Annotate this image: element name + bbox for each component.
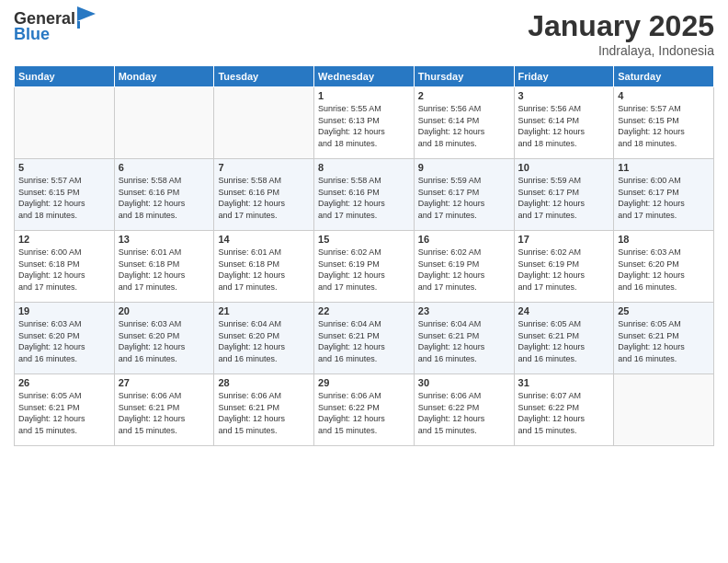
day-cell: 11Sunrise: 6:00 AM Sunset: 6:17 PM Dayli… — [614, 159, 714, 231]
day-header-saturday: Saturday — [614, 66, 714, 87]
days-header-row: SundayMondayTuesdayWednesdayThursdayFrid… — [15, 66, 714, 87]
day-number: 17 — [518, 234, 610, 245]
day-number: 12 — [18, 234, 110, 245]
day-info: Sunrise: 6:05 AM Sunset: 6:21 PM Dayligh… — [18, 390, 110, 436]
day-info: Sunrise: 5:55 AM Sunset: 6:13 PM Dayligh… — [318, 103, 410, 149]
day-cell: 22Sunrise: 6:04 AM Sunset: 6:21 PM Dayli… — [314, 303, 415, 374]
day-info: Sunrise: 5:56 AM Sunset: 6:14 PM Dayligh… — [518, 103, 610, 149]
calendar-table: SundayMondayTuesdayWednesdayThursdayFrid… — [14, 65, 714, 446]
day-info: Sunrise: 6:06 AM Sunset: 6:22 PM Dayligh… — [318, 390, 410, 436]
day-number: 5 — [18, 162, 110, 173]
day-info: Sunrise: 6:07 AM Sunset: 6:22 PM Dayligh… — [518, 390, 610, 436]
day-info: Sunrise: 6:04 AM Sunset: 6:21 PM Dayligh… — [418, 318, 510, 364]
day-cell: 24Sunrise: 6:05 AM Sunset: 6:21 PM Dayli… — [514, 303, 614, 374]
svg-rect-1 — [77, 21, 80, 29]
day-cell — [114, 87, 214, 159]
day-cell: 10Sunrise: 5:59 AM Sunset: 6:17 PM Dayli… — [514, 159, 614, 231]
day-cell: 13Sunrise: 6:01 AM Sunset: 6:18 PM Dayli… — [114, 231, 214, 303]
title-block: January 2025 Indralaya, Indonesia — [528, 9, 714, 58]
day-number: 20 — [119, 305, 210, 316]
day-number: 4 — [618, 90, 710, 101]
day-header-wednesday: Wednesday — [314, 66, 415, 87]
week-row-5: 26Sunrise: 6:05 AM Sunset: 6:21 PM Dayli… — [15, 374, 714, 446]
day-number: 11 — [618, 162, 710, 173]
calendar-page: General Blue January 2025 Indralaya, Ind… — [0, 0, 728, 563]
day-info: Sunrise: 6:02 AM Sunset: 6:19 PM Dayligh… — [418, 247, 510, 293]
day-number: 15 — [318, 234, 410, 245]
day-info: Sunrise: 6:00 AM Sunset: 6:17 PM Dayligh… — [618, 175, 710, 221]
day-info: Sunrise: 6:04 AM Sunset: 6:21 PM Dayligh… — [318, 318, 410, 364]
day-cell: 23Sunrise: 6:04 AM Sunset: 6:21 PM Dayli… — [414, 303, 514, 374]
day-number: 29 — [318, 377, 410, 388]
logo: General Blue — [14, 9, 96, 44]
day-cell: 19Sunrise: 6:03 AM Sunset: 6:20 PM Dayli… — [15, 303, 115, 374]
day-info: Sunrise: 6:06 AM Sunset: 6:21 PM Dayligh… — [218, 390, 310, 436]
day-info: Sunrise: 6:05 AM Sunset: 6:21 PM Dayligh… — [518, 318, 610, 364]
day-number: 24 — [518, 305, 610, 316]
day-header-friday: Friday — [514, 66, 614, 87]
day-cell: 6Sunrise: 5:58 AM Sunset: 6:16 PM Daylig… — [114, 159, 214, 231]
day-info: Sunrise: 6:03 AM Sunset: 6:20 PM Dayligh… — [618, 247, 710, 293]
day-cell: 20Sunrise: 6:03 AM Sunset: 6:20 PM Dayli… — [114, 303, 214, 374]
day-cell: 12Sunrise: 6:00 AM Sunset: 6:18 PM Dayli… — [15, 231, 115, 303]
day-number: 25 — [618, 305, 710, 316]
week-row-3: 12Sunrise: 6:00 AM Sunset: 6:18 PM Dayli… — [15, 231, 714, 303]
day-cell — [614, 374, 714, 446]
day-cell: 18Sunrise: 6:03 AM Sunset: 6:20 PM Dayli… — [614, 231, 714, 303]
day-cell: 14Sunrise: 6:01 AM Sunset: 6:18 PM Dayli… — [214, 231, 314, 303]
day-number: 13 — [119, 234, 210, 245]
day-number: 18 — [618, 234, 710, 245]
day-cell: 2Sunrise: 5:56 AM Sunset: 6:14 PM Daylig… — [414, 87, 514, 159]
day-info: Sunrise: 6:06 AM Sunset: 6:21 PM Dayligh… — [119, 390, 210, 436]
day-number: 6 — [119, 162, 210, 173]
day-header-sunday: Sunday — [15, 66, 115, 87]
day-info: Sunrise: 6:04 AM Sunset: 6:20 PM Dayligh… — [218, 318, 310, 364]
day-number: 19 — [18, 305, 110, 316]
day-number: 30 — [418, 377, 510, 388]
day-cell: 8Sunrise: 5:58 AM Sunset: 6:16 PM Daylig… — [314, 159, 415, 231]
day-cell: 3Sunrise: 5:56 AM Sunset: 6:14 PM Daylig… — [514, 87, 614, 159]
day-info: Sunrise: 5:58 AM Sunset: 6:16 PM Dayligh… — [318, 175, 410, 221]
day-info: Sunrise: 5:59 AM Sunset: 6:17 PM Dayligh… — [518, 175, 610, 221]
day-cell: 17Sunrise: 6:02 AM Sunset: 6:19 PM Dayli… — [514, 231, 614, 303]
day-cell: 5Sunrise: 5:57 AM Sunset: 6:15 PM Daylig… — [15, 159, 115, 231]
day-cell: 26Sunrise: 6:05 AM Sunset: 6:21 PM Dayli… — [15, 374, 115, 446]
day-header-tuesday: Tuesday — [214, 66, 314, 87]
header: General Blue January 2025 Indralaya, Ind… — [14, 9, 714, 58]
day-info: Sunrise: 5:59 AM Sunset: 6:17 PM Dayligh… — [418, 175, 510, 221]
calendar-title: January 2025 — [528, 9, 714, 43]
day-number: 28 — [218, 377, 310, 388]
day-number: 27 — [119, 377, 210, 388]
day-number: 1 — [318, 90, 410, 101]
svg-marker-0 — [77, 6, 96, 21]
week-row-2: 5Sunrise: 5:57 AM Sunset: 6:15 PM Daylig… — [15, 159, 714, 231]
day-info: Sunrise: 5:58 AM Sunset: 6:16 PM Dayligh… — [218, 175, 310, 221]
day-cell — [15, 87, 115, 159]
day-info: Sunrise: 5:57 AM Sunset: 6:15 PM Dayligh… — [18, 175, 110, 221]
day-cell: 16Sunrise: 6:02 AM Sunset: 6:19 PM Dayli… — [414, 231, 514, 303]
day-cell: 9Sunrise: 5:59 AM Sunset: 6:17 PM Daylig… — [414, 159, 514, 231]
day-number: 10 — [518, 162, 610, 173]
day-cell: 1Sunrise: 5:55 AM Sunset: 6:13 PM Daylig… — [314, 87, 415, 159]
day-number: 23 — [418, 305, 510, 316]
day-number: 21 — [218, 305, 310, 316]
day-info: Sunrise: 6:02 AM Sunset: 6:19 PM Dayligh… — [318, 247, 410, 293]
day-info: Sunrise: 5:58 AM Sunset: 6:16 PM Dayligh… — [119, 175, 210, 221]
day-info: Sunrise: 6:06 AM Sunset: 6:22 PM Dayligh… — [418, 390, 510, 436]
day-number: 31 — [518, 377, 610, 388]
day-number: 22 — [318, 305, 410, 316]
day-cell: 15Sunrise: 6:02 AM Sunset: 6:19 PM Dayli… — [314, 231, 415, 303]
day-cell — [214, 87, 314, 159]
day-info: Sunrise: 6:00 AM Sunset: 6:18 PM Dayligh… — [18, 247, 110, 293]
day-cell: 27Sunrise: 6:06 AM Sunset: 6:21 PM Dayli… — [114, 374, 214, 446]
calendar-subtitle: Indralaya, Indonesia — [528, 43, 714, 58]
day-info: Sunrise: 6:03 AM Sunset: 6:20 PM Dayligh… — [119, 318, 210, 364]
day-info: Sunrise: 6:01 AM Sunset: 6:18 PM Dayligh… — [218, 247, 310, 293]
day-cell: 7Sunrise: 5:58 AM Sunset: 6:16 PM Daylig… — [214, 159, 314, 231]
day-number: 16 — [418, 234, 510, 245]
week-row-4: 19Sunrise: 6:03 AM Sunset: 6:20 PM Dayli… — [15, 303, 714, 374]
day-info: Sunrise: 6:03 AM Sunset: 6:20 PM Dayligh… — [18, 318, 110, 364]
day-info: Sunrise: 6:01 AM Sunset: 6:18 PM Dayligh… — [119, 247, 210, 293]
day-cell: 29Sunrise: 6:06 AM Sunset: 6:22 PM Dayli… — [314, 374, 415, 446]
day-info: Sunrise: 5:57 AM Sunset: 6:15 PM Dayligh… — [618, 103, 710, 149]
